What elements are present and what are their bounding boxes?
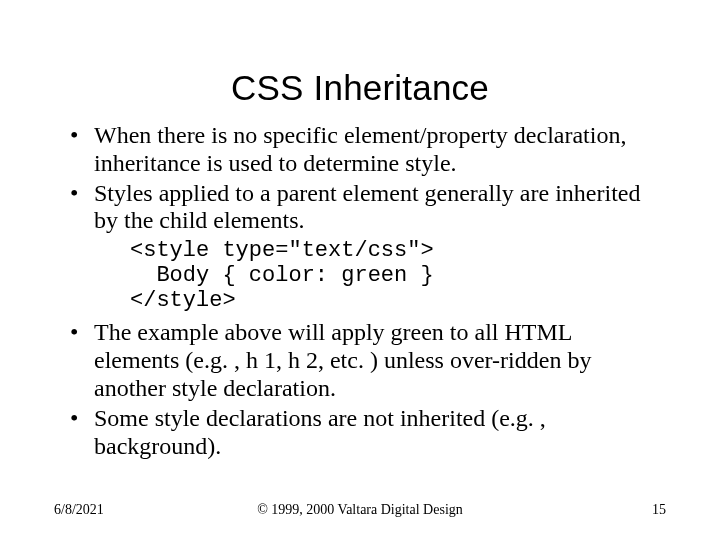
code-block: <style type="text/css"> Body { color: gr… bbox=[130, 239, 666, 313]
bullet-item: When there is no specific element/proper… bbox=[70, 122, 654, 178]
bullet-item: Some style declarations are not inherite… bbox=[70, 405, 654, 461]
slide-title: CSS Inheritance bbox=[54, 68, 666, 108]
slide: CSS Inheritance When there is no specifi… bbox=[0, 0, 720, 540]
bullet-item: Styles applied to a parent element gener… bbox=[70, 180, 654, 236]
bullet-list-1: When there is no specific element/proper… bbox=[54, 122, 666, 235]
footer-copyright: © 1999, 2000 Valtara Digital Design bbox=[54, 502, 666, 518]
footer-page-number: 15 bbox=[652, 502, 666, 518]
bullet-list-2: The example above will apply green to al… bbox=[54, 319, 666, 460]
bullet-item: The example above will apply green to al… bbox=[70, 319, 654, 402]
